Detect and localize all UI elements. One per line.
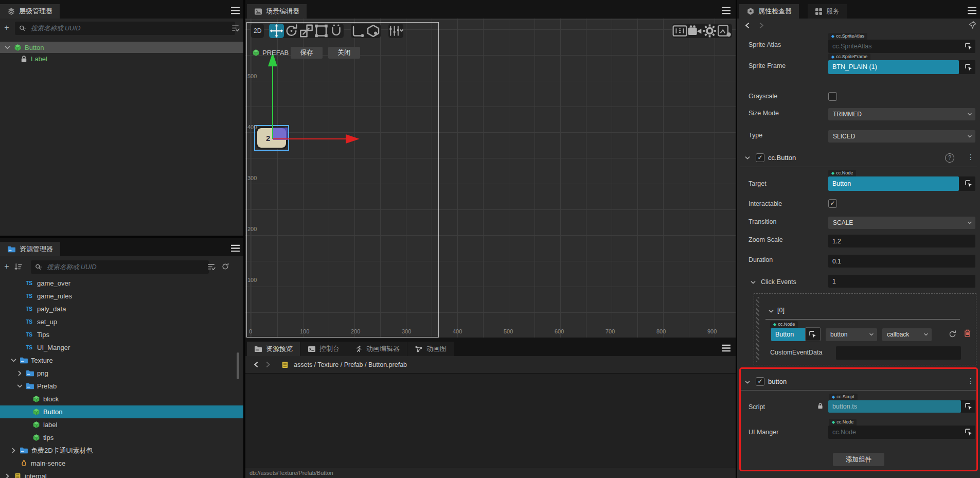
hierarchy-search-input[interactable]	[30, 24, 231, 32]
2d-3d-toggle[interactable]: 2D	[251, 24, 264, 38]
asset-item-Prefab[interactable]: Prefab	[0, 380, 243, 393]
ui-manager-field[interactable]: cc.Node	[828, 426, 975, 439]
target-field[interactable]: Button	[828, 176, 975, 191]
tab-graph[interactable]: 动画图	[407, 342, 454, 356]
picker-icon[interactable]	[965, 63, 973, 72]
create-asset-button[interactable]	[2, 262, 11, 271]
refresh-icon[interactable]	[221, 262, 229, 271]
asset-item-Button[interactable]: Button	[0, 405, 243, 418]
history-forward-icon[interactable]	[758, 22, 764, 29]
chevron-down-icon[interactable]	[744, 379, 751, 385]
trash-icon[interactable]	[964, 329, 971, 338]
tab-services[interactable]: 服务	[808, 4, 847, 19]
asset-item-label[interactable]: label	[0, 418, 243, 431]
asset-item-main-sence[interactable]: main-sence	[0, 457, 243, 470]
chevron-down-icon[interactable]	[10, 357, 17, 364]
tab-assets[interactable]: 资源管理器	[0, 242, 60, 256]
picker-icon[interactable]	[965, 402, 973, 411]
move-tool-button[interactable]	[269, 24, 284, 38]
event-node-picker-button[interactable]	[805, 327, 821, 341]
hierarchy-item-Label[interactable]: Label	[0, 53, 243, 64]
prefab-save-button[interactable]: 保存	[291, 47, 323, 59]
asset-item-Tips[interactable]: TSTips	[0, 328, 243, 341]
sort-icon[interactable]	[14, 262, 23, 271]
script-field[interactable]: button.ts	[828, 400, 975, 413]
duration-input[interactable]	[828, 255, 975, 268]
kebab-menu-icon[interactable]	[967, 377, 974, 385]
frame-preview-button[interactable]	[672, 24, 687, 38]
asset-item-png[interactable]: png	[0, 367, 243, 380]
back-icon[interactable]	[253, 361, 260, 368]
tab-preview[interactable]: 资源预览	[247, 342, 300, 356]
pin-icon[interactable]	[969, 21, 976, 29]
assets-menu-icon[interactable]	[230, 244, 240, 252]
chevron-down-icon[interactable]	[744, 155, 751, 161]
hierarchy-search[interactable]	[15, 22, 235, 35]
coordinate-toggle-button[interactable]	[366, 24, 381, 38]
asset-item-tips[interactable]: tips	[0, 431, 243, 444]
drag-handle[interactable]	[756, 297, 759, 362]
tab-console[interactable]: 控制台	[300, 342, 347, 356]
tab-scene-editor[interactable]: 场景编辑器	[247, 4, 307, 19]
filter-icon[interactable]	[207, 262, 216, 271]
bottom-menu-icon[interactable]	[721, 344, 731, 352]
asset-item-UI_Manger[interactable]: TSUI_Manger	[0, 341, 243, 354]
sprite-atlas-field[interactable]: cc.SpriteAtlas	[828, 40, 975, 53]
picker-icon[interactable]	[965, 180, 973, 188]
click-events-count-input[interactable]	[828, 275, 975, 288]
picker-icon[interactable]	[965, 42, 973, 50]
create-node-button[interactable]	[2, 23, 11, 32]
help-icon[interactable]	[945, 153, 954, 163]
chevron-right-icon[interactable]	[10, 447, 17, 454]
size-mode-select[interactable]: TRIMMED	[828, 108, 975, 120]
gizmo-x-arrowhead[interactable]	[346, 134, 360, 144]
selected-button-sprite[interactable]: 2	[254, 125, 289, 151]
hierarchy-menu-icon[interactable]	[230, 7, 240, 14]
assets-scrollbar[interactable]	[237, 352, 239, 379]
asset-item-set_up[interactable]: TSset_up	[0, 315, 243, 328]
picker-icon[interactable]	[965, 428, 973, 436]
kebab-menu-icon[interactable]	[967, 153, 974, 161]
scene-settings-button[interactable]	[702, 24, 717, 38]
chevron-down-icon[interactable]	[4, 44, 11, 51]
align-tools-button[interactable]	[388, 24, 403, 38]
asset-item-Texture[interactable]: Texture	[0, 354, 243, 367]
hierarchy-item-Button[interactable]: Button	[0, 42, 243, 53]
inspector-menu-icon[interactable]	[967, 7, 977, 14]
gizmo-y-axis[interactable]	[272, 66, 273, 139]
chevron-right-icon[interactable]	[4, 473, 11, 478]
prefab-close-button[interactable]: 关闭	[328, 47, 360, 59]
cc-button-enabled-checkbox[interactable]	[756, 153, 764, 162]
event-node-field[interactable]: Button	[771, 328, 804, 341]
chevron-right-icon[interactable]	[16, 370, 23, 377]
asset-item-免费2D卡通UI素材包[interactable]: 免费2D卡通UI素材包	[0, 444, 243, 457]
filter-icon[interactable]	[231, 24, 240, 32]
tab-inspector[interactable]: 属性检查器	[739, 4, 799, 19]
rotate-tool-button[interactable]	[284, 24, 299, 38]
camera-preview-button[interactable]	[687, 24, 702, 38]
rect-tool-button[interactable]	[314, 24, 329, 38]
asset-item-internal[interactable]: internal	[0, 470, 243, 478]
capture-button[interactable]	[717, 24, 732, 38]
gizmo-x-axis[interactable]	[273, 138, 346, 139]
button-script-enabled-checkbox[interactable]	[756, 377, 764, 386]
assets-search[interactable]	[31, 260, 209, 274]
asset-item-game_rules[interactable]: TSgame_rules	[0, 290, 243, 303]
custom-event-data-input[interactable]	[836, 346, 961, 360]
assets-search-input[interactable]	[46, 263, 205, 271]
scale-tool-button[interactable]	[299, 24, 314, 38]
scene-canvas[interactable]: 2 PREFAB 保存 关闭 2D	[245, 19, 736, 338]
grayscale-checkbox[interactable]	[828, 92, 837, 101]
forward-icon[interactable]	[264, 361, 271, 368]
interactable-checkbox[interactable]	[828, 199, 837, 208]
sprite-frame-field[interactable]: BTN_PLAIN (1)	[828, 60, 975, 74]
chevron-down-icon[interactable]	[16, 383, 23, 390]
event-handler-select[interactable]: callback	[882, 328, 932, 341]
tab-hierarchy[interactable]: 层级管理器	[0, 4, 60, 19]
ui-transform-tool-button[interactable]	[329, 24, 344, 38]
transition-select[interactable]: SCALE	[828, 217, 975, 229]
asset-item-game_over[interactable]: TSgame_over	[0, 277, 243, 290]
asset-item-block[interactable]: block	[0, 393, 243, 405]
scene-menu-icon[interactable]	[721, 7, 731, 14]
pivot-toggle-button[interactable]	[351, 24, 366, 38]
